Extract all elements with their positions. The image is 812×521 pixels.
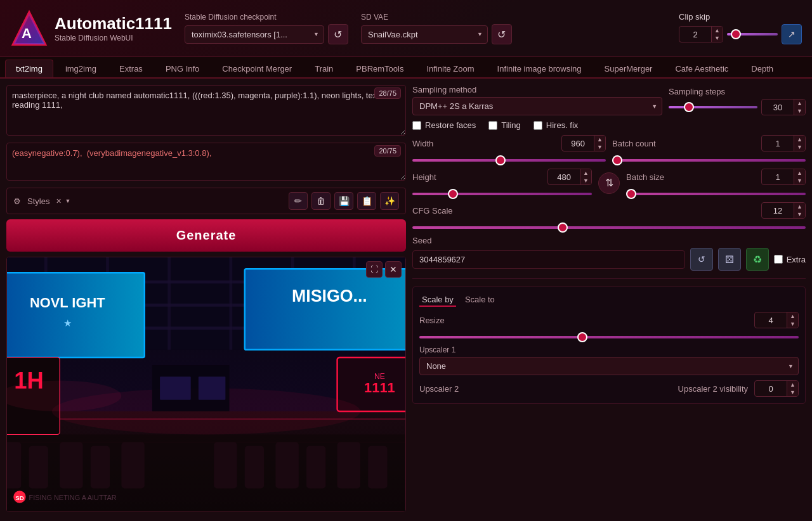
styles-dropdown-arrow[interactable]: ▼	[65, 198, 71, 204]
batch-size-up[interactable]: ▲	[794, 169, 805, 177]
seed-input[interactable]	[412, 250, 685, 269]
close-image-btn[interactable]: ✕	[385, 261, 402, 278]
height-batchsize-row: Height ▲ ▼ ⇅ Batch size	[412, 169, 806, 197]
seed-recycle-btn[interactable]: ↺	[690, 248, 713, 271]
seed-dice-btn[interactable]: ⚄	[718, 248, 741, 271]
svg-text:1111: 1111	[364, 380, 395, 396]
tab-depth[interactable]: Depth	[740, 60, 784, 77]
width-slider[interactable]	[412, 159, 606, 162]
upscaler2-vis-down[interactable]: ▼	[787, 389, 798, 396]
extra-checkbox[interactable]: Extra	[774, 255, 806, 264]
restore-faces-input[interactable]	[412, 121, 421, 130]
swap-dimensions-btn[interactable]: ⇅	[598, 172, 620, 194]
batch-count-down[interactable]: ▼	[794, 143, 805, 151]
cfg-scale-input[interactable]	[762, 203, 794, 218]
width-up[interactable]: ▲	[594, 136, 605, 143]
resize-header: Resize ▲ ▼	[419, 312, 799, 328]
scale-by-tab[interactable]: Scale by	[419, 293, 456, 307]
tab-cafe-aesthetic[interactable]: Cafe Aesthetic	[664, 60, 739, 77]
height-down[interactable]: ▼	[580, 177, 591, 184]
hires-fix-input[interactable]	[534, 121, 542, 130]
upscaler1-select[interactable]: None ESRGAN 4x R-ESRGAN 4x+ Lanczos	[419, 357, 799, 375]
svg-rect-30	[214, 442, 237, 489]
cfg-scale-slider[interactable]	[412, 226, 806, 229]
upscaler1-select-wrapper: None ESRGAN 4x R-ESRGAN 4x+ Lanczos	[419, 357, 799, 375]
cfg-up[interactable]: ▲	[794, 203, 805, 210]
batch-count-up[interactable]: ▲	[794, 136, 805, 143]
resize-input[interactable]	[755, 313, 787, 328]
tiling-input[interactable]	[488, 121, 497, 130]
tab-txt2img[interactable]: txt2img	[5, 60, 53, 77]
height-arrows: ▲ ▼	[580, 169, 591, 184]
height-slider[interactable]	[412, 193, 592, 195]
batch-size-down[interactable]: ▼	[794, 177, 805, 184]
header: A Automatic1111 Stable Diffusion WebUI S…	[0, 0, 812, 57]
logo-icon: A	[10, 10, 48, 48]
batch-count-slider[interactable]	[612, 159, 806, 162]
checkpoint-select-wrapper: toximix03.safetensors [1...	[185, 25, 324, 44]
tab-train[interactable]: Train	[304, 60, 344, 77]
resize-slider[interactable]	[419, 336, 799, 338]
upscaler2-vis-input[interactable]	[755, 382, 787, 396]
generate-button[interactable]: Generate	[6, 219, 406, 252]
sampling-steps-up[interactable]: ▲	[794, 100, 805, 107]
cfg-input-wrap: ▲ ▼	[761, 202, 806, 219]
styles-clear-btn[interactable]: ×	[56, 196, 61, 206]
checkpoint-refresh-btn[interactable]: ↺	[328, 24, 348, 44]
tab-checkpoint-merger[interactable]: Checkpoint Merger	[211, 60, 303, 77]
styles-delete-btn[interactable]: 🗑	[311, 192, 331, 210]
positive-prompt-input[interactable]	[6, 85, 406, 136]
tab-supermerger[interactable]: SuperMerger	[594, 60, 664, 77]
tab-img2img[interactable]: img2img	[55, 60, 107, 77]
batch-count-input[interactable]	[762, 136, 794, 151]
styles-magic-btn[interactable]: ✨	[380, 192, 399, 210]
batch-count-input-wrap: ▲ ▼	[761, 135, 806, 151]
tab-png-info[interactable]: PNG Info	[155, 60, 210, 77]
clip-skip-action-btn[interactable]: ↗	[782, 24, 802, 44]
batch-size-input[interactable]	[762, 170, 794, 184]
tab-infinite-zoom[interactable]: Infinite Zoom	[416, 60, 485, 77]
vae-select[interactable]: SnailVae.ckpt	[361, 25, 488, 44]
height-up[interactable]: ▲	[580, 169, 591, 177]
resize-down[interactable]: ▼	[787, 320, 798, 328]
upscaler2-row: Upscaler 2 Upscaler 2 visibility ▲ ▼	[419, 380, 799, 397]
resize-up[interactable]: ▲	[787, 312, 798, 320]
negative-prompt-input[interactable]	[6, 143, 406, 181]
cfg-down[interactable]: ▼	[794, 210, 805, 218]
cfg-header: CFG Scale ▲ ▼	[412, 202, 806, 219]
sampling-steps-input[interactable]	[762, 100, 794, 115]
sampling-steps-row: ▲ ▼	[669, 99, 806, 115]
styles-edit-btn[interactable]: ✏	[289, 192, 308, 210]
checkpoint-select[interactable]: toximix03.safetensors [1...	[185, 25, 324, 44]
vae-label: SD VAE	[361, 13, 512, 22]
styles-clipboard-btn[interactable]: 📋	[357, 192, 376, 210]
tab-extras[interactable]: Extras	[108, 60, 154, 77]
vae-select-wrap: SnailVae.ckpt ↺	[361, 24, 512, 44]
cfg-scale-section: CFG Scale ▲ ▼	[412, 202, 806, 231]
styles-save-btn[interactable]: 💾	[334, 192, 353, 210]
sampling-steps-slider[interactable]	[669, 106, 757, 108]
height-input[interactable]	[548, 170, 580, 184]
tab-pbremtools[interactable]: PBRemTools	[345, 60, 414, 77]
extra-input[interactable]	[774, 255, 783, 264]
width-down[interactable]: ▼	[594, 143, 605, 151]
seed-regenerate-btn[interactable]: ♻	[746, 248, 769, 271]
upscaler2-vis-up[interactable]: ▲	[787, 381, 798, 389]
expand-image-btn[interactable]: ⛶	[366, 261, 383, 278]
scale-to-tab[interactable]: Scale to	[462, 293, 497, 307]
tab-infinite-image-browsing[interactable]: Infinite image browsing	[487, 60, 593, 77]
clip-skip-slider[interactable]	[727, 33, 778, 35]
vae-refresh-btn[interactable]: ↺	[492, 24, 512, 44]
batch-size-slider[interactable]	[626, 193, 806, 195]
sampling-method-select[interactable]: DPM++ 2S a Karras Euler a Euler LMS DDIM	[412, 97, 662, 115]
clip-skip-input[interactable]	[679, 27, 711, 42]
width-input[interactable]	[562, 136, 594, 151]
sampling-steps-down[interactable]: ▼	[794, 107, 805, 115]
height-section: Height ▲ ▼	[412, 169, 592, 197]
svg-rect-27	[60, 442, 82, 489]
clip-skip-down[interactable]: ▼	[712, 34, 723, 42]
restore-faces-checkbox[interactable]: Restore faces	[412, 120, 476, 130]
clip-skip-up[interactable]: ▲	[712, 27, 723, 34]
hires-fix-checkbox[interactable]: Hires. fix	[534, 120, 579, 130]
tiling-checkbox[interactable]: Tiling	[488, 120, 521, 130]
